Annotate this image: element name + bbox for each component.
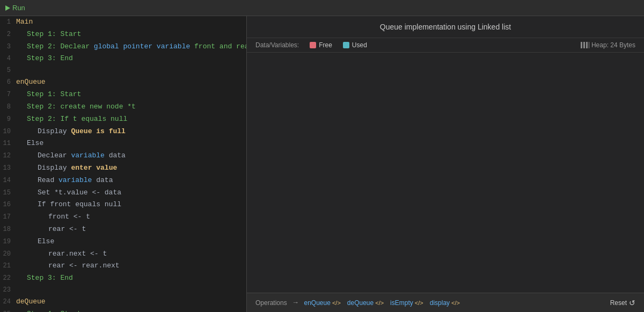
toolbar: Run [0,0,644,16]
line-content: rear <- t [16,224,246,235]
code-line: 11Else [0,137,246,150]
line-content: Step 1: Start [16,309,246,312]
line-content: deQueue [16,296,246,308]
code-line: 23 [0,285,246,296]
line-content: Else [16,138,246,149]
run-button[interactable]: Run [5,4,25,12]
line-number: 5 [0,66,16,76]
line-number: 18 [0,224,16,235]
code-line: 6enQueue [0,76,246,89]
line-number: 12 [0,151,16,161]
line-number: 14 [0,176,16,186]
heap-bytes: Heap: 24 Bytes [591,41,635,49]
line-number: 15 [0,188,16,198]
used-legend: Used [343,41,367,49]
line-number: 25 [0,309,16,312]
code-icon: </> [415,300,423,306]
main-layout: 1Main2Step 1: Start3Step 2: Declear glob… [0,16,644,312]
line-number: 19 [0,237,16,247]
viz-canvas [247,53,644,293]
line-content: Step 2: create new node *t [16,101,246,113]
line-content: Step 1: Start [16,29,246,40]
line-number: 21 [0,261,16,271]
line-content: rear.next <- t [16,249,246,260]
line-content: Step 3: End [16,273,246,284]
line-content: Step 3: End [16,53,246,64]
line-number: 22 [0,273,16,284]
line-number: 23 [0,285,16,295]
code-line: 24deQueue [0,296,246,308]
line-number: 16 [0,200,16,210]
line-number: 8 [0,102,16,112]
viz-panel: Queue implementation using Linked list D… [247,16,644,312]
refresh-icon: ↺ [629,299,635,307]
code-line: 9Step 2: If t equals null [0,113,246,126]
line-content: Read variable data [16,175,246,186]
free-dot [310,42,316,48]
line-number: 1 [0,17,16,27]
code-line: 4Step 3: End [0,53,246,65]
used-dot [343,42,349,48]
line-content: Display Queue is full [16,126,246,137]
reset-label: Reset [610,299,627,307]
code-line: 17front <- t [0,211,246,223]
line-content: Set *t.value <- data [16,187,246,199]
viz-header: Queue implementation using Linked list [247,16,644,38]
code-line: 1Main [0,16,246,28]
free-legend: Free [310,41,332,49]
heap-icon [581,42,589,48]
code-line: 16If front equals null [0,199,246,211]
line-number: 6 [0,77,16,88]
operations-label: Operations [255,299,287,307]
line-content: front <- t [16,212,246,223]
line-number: 24 [0,297,16,307]
viz-controls: Data/Variables: Free Used Heap: 24 Bytes [247,38,644,53]
line-content: rear <- rear.next [16,260,246,272]
line-content: Main [16,17,246,28]
line-content: enQueue [16,77,246,88]
code-icon: </> [375,300,384,306]
viz-title: Queue implementation using Linked list [258,23,633,31]
code-line: 18rear <- t [0,223,246,236]
code-line: 19Else [0,236,246,248]
play-icon [5,5,10,11]
line-content: Display enter value [16,163,246,174]
code-line: 12Declear variable data [0,150,246,162]
code-icon: </> [451,300,460,306]
line-content: If front equals null [16,199,246,211]
op-enqueue-button[interactable]: enQueue</> [304,299,341,307]
code-line: 14Read variable data [0,175,246,187]
code-line: 5 [0,65,246,76]
line-number: 4 [0,54,16,64]
code-line: 7Step 1: Start [0,89,246,101]
op-isempty-button[interactable]: isEmpty</> [390,299,423,307]
operations-arrow: → [294,299,298,307]
code-line: 8Step 2: create new node *t [0,101,246,113]
line-number: 11 [0,139,16,149]
code-panel: 1Main2Step 1: Start3Step 2: Declear glob… [0,16,247,312]
line-number: 20 [0,249,16,259]
viz-footer: Operations → enQueue</>deQueue</>isEmpty… [247,293,644,312]
free-label: Free [319,41,332,49]
line-number: 9 [0,114,16,125]
code-line: 3Step 2: Declear global pointer variable… [0,41,246,53]
code-line: 22Step 3: End [0,272,246,285]
line-number: 3 [0,42,16,52]
line-number: 2 [0,30,16,40]
line-number: 7 [0,90,16,100]
data-vars-label: Data/Variables: [255,41,299,49]
op-display-button[interactable]: display</> [430,299,460,307]
code-line: 15Set *t.value <- data [0,187,246,199]
code-line: 25Step 1: Start [0,308,246,312]
code-line: 10Display Queue is full [0,126,246,138]
heap-label: Heap: 24 Bytes [581,41,635,49]
run-label: Run [12,4,25,12]
op-dequeue-button[interactable]: deQueue</> [347,299,384,307]
line-number: 10 [0,127,16,137]
code-line: 20rear.next <- t [0,248,246,260]
line-content: Step 2: Declear global pointer variable … [16,41,247,53]
code-line: 21rear <- rear.next [0,260,246,272]
used-label: Used [352,41,367,49]
code-icon: </> [332,300,341,306]
reset-button[interactable]: Reset ↺ [610,299,635,307]
